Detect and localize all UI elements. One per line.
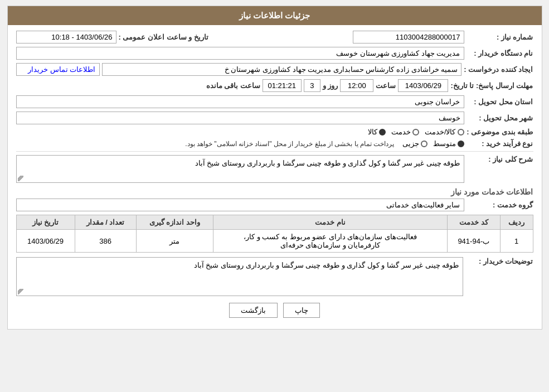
tozihat-box: طوقه چینی غیر سر گشا و کول گذاری و طوقه …: [16, 257, 463, 296]
baqi-value: 01:21:21: [263, 79, 302, 92]
back-button[interactable]: بازگشت: [229, 303, 278, 318]
dasgah-label: نام دستگاه خریدار :: [467, 49, 533, 57]
buttons-row: چاپ بازگشت: [16, 303, 533, 323]
sharh-label: شرح کلی نیاز :: [467, 155, 533, 163]
saat-value: 12:00: [340, 79, 373, 92]
print-button[interactable]: چاپ: [283, 303, 320, 318]
dasgah-value: مدیریت جهاد کشاورزی شهرستان خوسف: [16, 47, 464, 60]
table-head: ردیف کد خدمت نام خدمت واحد اندازه گیری ت…: [16, 215, 533, 230]
tabaqe-kala-label: کالا: [368, 128, 377, 136]
navee-note: پرداخت تمام یا بخشی از مبلغ خریدار از مح…: [185, 140, 394, 148]
tabaqe-kala-radio: [379, 129, 386, 135]
col-tedad: تعداد / مقدار: [75, 215, 136, 230]
navee-mottavaset-label: متوسط: [433, 139, 456, 148]
page-title: جزئیات اطلاعات نیاز: [239, 11, 310, 20]
navee-label: نوع فرآیند خرید :: [467, 139, 533, 148]
navee-mottavaset-item: متوسط: [433, 139, 464, 148]
shomara-value: 1103004288000017: [353, 31, 464, 43]
navee-jazii-label: جزیی: [402, 139, 419, 148]
rooz-label: روز و: [323, 81, 338, 90]
shahr-value: خوسف: [16, 112, 464, 124]
cell-kod: ب-94-941: [448, 230, 501, 253]
tabaqe-radio-group: کالا/خدمت خدمت کالا: [368, 128, 464, 136]
navee-radio-group: متوسط جزیی: [402, 139, 464, 148]
col-kod: کد خدمت: [448, 215, 501, 230]
tozihat-label: توضیحات خریدار :: [467, 257, 533, 265]
tabaqe-kala-khedmat-radio: [458, 129, 464, 135]
main-container: جزئیات اطلاعات نیاز شماره نیاز : 1103004…: [7, 6, 542, 330]
mohlat-label: مهلت ارسال پاسخ: تا تاریخ:: [450, 81, 533, 90]
ostan-label: استان محل تحویل :: [467, 98, 533, 106]
mohlat-row: مهلت ارسال پاسخ: تا تاریخ: 1403/06/29 سا…: [16, 79, 533, 92]
grooh-label: گروه خدمت :: [467, 201, 533, 209]
shahr-row: شهر محل تحویل : خوسف: [16, 112, 533, 124]
tabaqe-kala-khedmat-item: کالا/خدمت: [425, 128, 464, 136]
tarikh-elam-value: 1403/06/26 - 10:18: [16, 31, 116, 43]
table-body: 1 ب-94-941 فعالیت‌های سازمان‌های دارای ع…: [16, 230, 533, 253]
grooh-row: گروه خدمت : سایر فعالیت‌های خدماتی: [16, 199, 533, 211]
baqi-label: ساعت باقی مانده: [206, 81, 260, 90]
divider-1: [16, 151, 533, 152]
tabaqe-khedmat-item: خدمت: [391, 128, 419, 136]
col-vahed: واحد اندازه گیری: [136, 215, 213, 230]
ijad-link[interactable]: اطلاعات تماس خریدار: [16, 63, 100, 76]
ostan-row: استان محل تحویل : خراسان جنوبی: [16, 95, 533, 108]
ostan-value: خراسان جنوبی: [16, 95, 464, 108]
tabaqe-khedmat-label: خدمت: [391, 128, 411, 136]
tarikh-value: 1403/06/29: [398, 79, 448, 92]
cell-naam: فعالیت‌های سازمان‌های دارای عضو مربوط به…: [213, 230, 448, 253]
col-naam: نام خدمت: [213, 215, 448, 230]
rooz-value: 3: [304, 79, 320, 92]
cell-radif: 1: [500, 230, 533, 253]
shomara-row: شماره نیاز : 1103004288000017 تاریخ و سا…: [16, 31, 533, 43]
dasgah-row: نام دستگاه خریدار : مدیریت جهاد کشاورزی …: [16, 47, 533, 60]
tarikh-elam-label: تاریخ و ساعت اعلان عمومی :: [119, 33, 208, 41]
sharh-box: طوقه چینی غیر سر گشا و کول گذاری و طوقه …: [16, 155, 464, 183]
tabaqe-kala-khedmat-label: کالا/خدمت: [425, 128, 456, 136]
ijad-row: ایجاد کننده درخواست : سمیه خراشادی زاده …: [16, 63, 533, 76]
tabaqe-row: طبقه بندی موضوعی : کالا/خدمت خدمت کالا: [16, 128, 533, 136]
ijad-label: ایجاد کننده درخواست :: [464, 65, 533, 74]
resize-handle[interactable]: [18, 176, 23, 181]
navee-jazii-radio: [421, 141, 427, 147]
sharh-row: شرح کلی نیاز : طوقه چینی غیر سر گشا و کو…: [16, 155, 533, 183]
ijad-value: سمیه خراشادی زاده کارشناس حسابداری مدیری…: [102, 63, 462, 76]
cell-tarikh: 1403/06/29: [16, 230, 75, 253]
tabaqe-kala-item: کالا: [368, 128, 386, 136]
navee-row: نوع فرآیند خرید : متوسط جزیی پرداخت تمام…: [16, 139, 533, 148]
khadamat-section-title: اطلاعات خدمات مورد نیاز: [16, 187, 533, 196]
col-radif: ردیف: [500, 215, 533, 230]
table-header-row: ردیف کد خدمت نام خدمت واحد اندازه گیری ت…: [16, 215, 533, 230]
sharh-value: طوقه چینی غیر سر گشا و کول گذاری و طوقه …: [195, 159, 460, 167]
table-row: 1 ب-94-941 فعالیت‌های سازمان‌های دارای ع…: [16, 230, 533, 253]
navee-mottavaset-radio: [458, 141, 464, 147]
tabaqe-label: طبقه بندی موضوعی :: [467, 128, 533, 136]
shahr-label: شهر محل تحویل :: [467, 114, 533, 122]
page-header: جزئیات اطلاعات نیاز: [8, 6, 542, 25]
services-table: ردیف کد خدمت نام خدمت واحد اندازه گیری ت…: [16, 215, 533, 253]
tabaqe-khedmat-radio: [412, 129, 419, 135]
grooh-value: سایر فعالیت‌های خدماتی: [16, 199, 464, 211]
shomara-label: شماره نیاز :: [467, 33, 533, 41]
navee-jazii-item: جزیی: [402, 139, 427, 148]
cell-tedad: 386: [75, 230, 136, 253]
saat-label: ساعت: [376, 81, 396, 90]
cell-vahed: متر: [136, 230, 213, 253]
tozihat-row: توضیحات خریدار : طوقه چینی غیر سر گشا و …: [16, 257, 533, 296]
col-tarikh: تاریخ نیاز: [16, 215, 75, 230]
tozihat-resize-handle[interactable]: [18, 289, 23, 294]
content-area: شماره نیاز : 1103004288000017 تاریخ و سا…: [8, 25, 542, 329]
tozihat-value: طوقه چینی غیر سر گشا و کول گذاری و طوقه …: [194, 261, 459, 269]
